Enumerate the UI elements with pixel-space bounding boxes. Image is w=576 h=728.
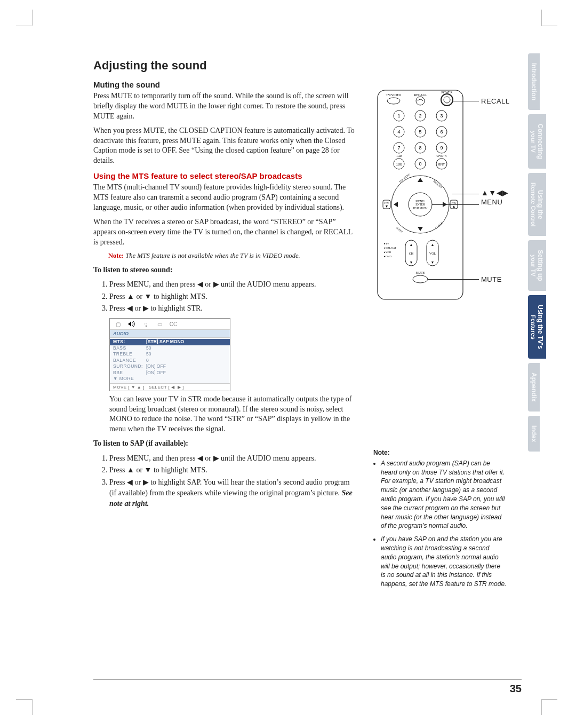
svg-text:9: 9 bbox=[440, 145, 443, 151]
note-text: The MTS feature is not available when th… bbox=[124, 252, 300, 259]
osd-row: BBE[ON] OFF bbox=[110, 370, 230, 376]
osd-row: TREBLE50 bbox=[110, 351, 230, 357]
svg-text:MUTE: MUTE bbox=[416, 271, 425, 274]
muting-p1: Press MUTE to temporarily turn off the s… bbox=[93, 91, 355, 122]
after-osd: You can leave your TV in STR mode becaus… bbox=[109, 394, 355, 435]
chapter-tab[interactable]: Setting upyour TV bbox=[528, 240, 546, 291]
svg-text:▼: ▼ bbox=[385, 204, 389, 209]
osd-row: ▼ MORE bbox=[110, 376, 230, 382]
speaker-icon bbox=[127, 320, 137, 328]
osd-body: MTS:[STR] SAP MONO BASS50 TREBLE50 BALAN… bbox=[110, 338, 230, 383]
osd-row: MTS:[STR] SAP MONO bbox=[110, 339, 230, 345]
svg-text:▸VCR: ▸VCR bbox=[384, 251, 391, 254]
svg-text:VOL: VOL bbox=[429, 252, 436, 255]
svg-rect-0 bbox=[378, 90, 463, 299]
sap-heading: To listen to SAP (if available): bbox=[93, 439, 355, 449]
svg-text:0: 0 bbox=[419, 161, 421, 167]
cc-icon: CC bbox=[169, 320, 178, 328]
chapter-tabs: IntroductionConnectingyour TVUsing theRe… bbox=[528, 53, 546, 456]
svg-text:▸TV: ▸TV bbox=[384, 242, 389, 245]
mts-p2: When the TV receives a stereo or SAP bro… bbox=[93, 217, 355, 248]
label-recall: RECALL bbox=[481, 97, 510, 105]
list-item: Press MENU, and then press ◀ or ▶ until … bbox=[109, 279, 355, 290]
remote-illustration: TV/VIDEO RECALL POWER 1 2 3 4 5 6 7 8 9 … bbox=[373, 88, 512, 302]
stereo-steps: Press MENU, and then press ◀ or ▶ until … bbox=[109, 279, 355, 314]
chapter-tab[interactable]: Connectingyour TV bbox=[528, 114, 546, 169]
mts-inline-note: Note: The MTS feature is not available w… bbox=[108, 252, 355, 260]
svg-text:3: 3 bbox=[440, 113, 443, 118]
svg-text:TV/VIDEO: TV/VIDEO bbox=[386, 93, 402, 97]
section-title: Adjusting the sound bbox=[93, 59, 355, 73]
svg-text:5: 5 bbox=[419, 129, 421, 134]
mts-heading: Using the MTS feature to select stereo/S… bbox=[93, 171, 355, 180]
chapter-tab[interactable]: Using theRemote Control bbox=[528, 173, 546, 236]
chapter-tab[interactable]: Index bbox=[528, 416, 540, 452]
osd-menu: ▢ ⵿ ▭ CC AUDIO MTS:[STR] SAP MONO BASS50… bbox=[109, 318, 230, 391]
list-item: Press ▲ or ▼ to highlight MTS. bbox=[109, 291, 355, 302]
footer-rule bbox=[93, 679, 522, 680]
sap-steps: Press MENU, and then press ◀ or ▶ until … bbox=[109, 453, 355, 509]
svg-text:CH: CH bbox=[409, 252, 414, 255]
list-item: Press ▲ or ▼ to highlight MTS. bbox=[109, 465, 355, 476]
svg-text:ENTER: ENTER bbox=[415, 203, 425, 206]
svg-text:100: 100 bbox=[396, 162, 402, 166]
osd-icon-row: ▢ ⵿ ▭ CC bbox=[110, 319, 230, 330]
svg-text:▼: ▼ bbox=[431, 260, 435, 265]
svg-text:DVD MENU: DVD MENU bbox=[413, 207, 428, 209]
page-number: 35 bbox=[510, 683, 522, 695]
chapter-tab[interactable]: Introduction bbox=[528, 53, 540, 110]
list-item: Press ◀ or ▶ to highlight STR. bbox=[109, 303, 355, 314]
tape-icon: ▭ bbox=[155, 320, 164, 328]
mts-p1: The MTS (multi-channel TV sound) feature… bbox=[93, 183, 355, 213]
side-note-item: A second audio program (SAP) can be hear… bbox=[381, 459, 507, 531]
svg-text:8: 8 bbox=[419, 145, 421, 151]
side-note-item: If you have SAP on and the station you a… bbox=[381, 535, 507, 589]
svg-text:+10: +10 bbox=[396, 154, 402, 157]
svg-text:1: 1 bbox=[397, 113, 400, 118]
svg-text:▲: ▲ bbox=[410, 243, 413, 247]
label-menu: MENU bbox=[481, 198, 502, 206]
svg-text:RECALL: RECALL bbox=[414, 93, 427, 97]
list-item: Press MENU, and then press ◀ or ▶ until … bbox=[109, 453, 355, 464]
svg-text:▼: ▼ bbox=[410, 260, 413, 265]
svg-text:POWER: POWER bbox=[442, 91, 453, 94]
chapter-tab[interactable]: Using the TV’sFeatures bbox=[528, 295, 546, 359]
svg-text:▲: ▲ bbox=[452, 204, 456, 209]
svg-text:▸DVD: ▸DVD bbox=[384, 255, 391, 258]
list-item: Press ◀ or ▶ to highlight SAP. You will … bbox=[109, 477, 355, 510]
stereo-heading: To listen to stereo sound: bbox=[93, 265, 355, 275]
svg-text:▸CBL/SAT: ▸CBL/SAT bbox=[384, 247, 396, 249]
svg-text:4: 4 bbox=[397, 129, 400, 134]
svg-text:CH RTN: CH RTN bbox=[437, 154, 447, 157]
tv-icon: ▢ bbox=[113, 320, 123, 328]
side-note-heading: Note: bbox=[373, 448, 507, 457]
sap-step3-text: Press ◀ or ▶ to highlight SAP. You will … bbox=[109, 478, 350, 497]
svg-text:7: 7 bbox=[397, 145, 400, 151]
osd-row: BALANCE0 bbox=[110, 358, 230, 363]
svg-text:ENT: ENT bbox=[438, 163, 445, 166]
label-mute: MUTE bbox=[481, 275, 502, 283]
osd-title: AUDIO bbox=[110, 330, 230, 338]
chapter-tab[interactable]: Appendix bbox=[528, 363, 540, 412]
muting-p2: When you press MUTE, the CLOSED CAPTION … bbox=[93, 126, 355, 167]
label-arrows: ▲▼◀▶ bbox=[481, 188, 509, 197]
osd-row: SURROUND:[ON] OFF bbox=[110, 363, 230, 369]
osd-footer: MOVE [ ▼ ▲ ] SELECT [ ◀ ▶ ] bbox=[110, 383, 230, 391]
note-label: Note: bbox=[108, 252, 124, 259]
svg-text:2: 2 bbox=[419, 113, 421, 118]
side-note: Note: A second audio program (SAP) can b… bbox=[373, 448, 507, 593]
muting-heading: Muting the sound bbox=[93, 80, 355, 89]
svg-text:6: 6 bbox=[440, 129, 443, 134]
sliders-icon: ⵿ bbox=[141, 320, 150, 328]
svg-text:▲: ▲ bbox=[431, 243, 435, 247]
osd-row: BASS50 bbox=[110, 345, 230, 351]
